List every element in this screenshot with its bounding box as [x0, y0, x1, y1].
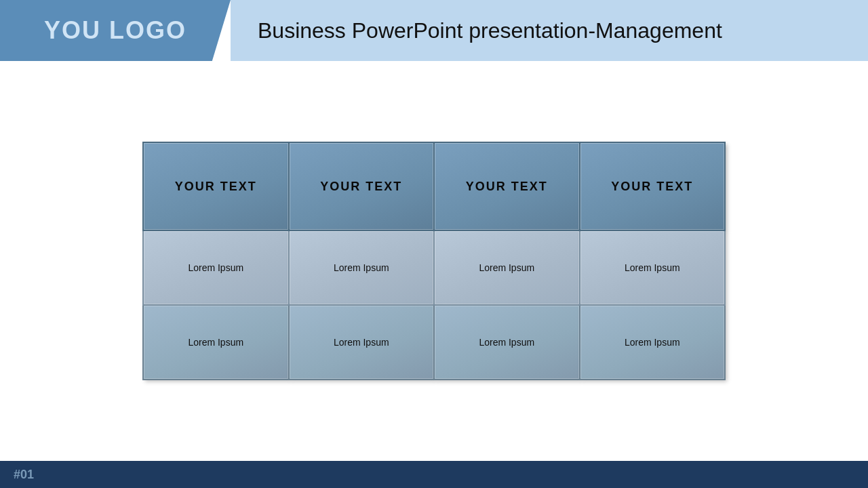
body1-cell-2: Lorem Ipsum — [289, 230, 435, 305]
main-content: YOUR TEXT YOUR TEXT YOUR TEXT YOUR TEXT … — [0, 61, 868, 461]
slide-number: #01 — [14, 468, 34, 482]
logo-text: YOU LOGO — [44, 16, 186, 45]
table-body-row-2: Lorem Ipsum Lorem Ipsum Lorem Ipsum Lore… — [143, 305, 725, 380]
table-header-row: YOUR TEXT YOUR TEXT YOUR TEXT YOUR TEXT — [143, 142, 725, 230]
body2-cell-4: Lorem Ipsum — [580, 305, 726, 380]
title-area: Business PowerPoint presentation-Managem… — [231, 0, 868, 61]
body1-cell-3: Lorem Ipsum — [434, 230, 580, 305]
presentation-title: Business PowerPoint presentation-Managem… — [258, 18, 722, 43]
body2-cell-3: Lorem Ipsum — [434, 305, 580, 380]
table-body-row-1: Lorem Ipsum Lorem Ipsum Lorem Ipsum Lore… — [143, 230, 725, 305]
header-cell-1: YOUR TEXT — [143, 142, 289, 230]
header-cell-2: YOUR TEXT — [289, 142, 435, 230]
footer: #01 — [0, 461, 868, 488]
logo-area: YOU LOGO — [0, 0, 231, 61]
header-cell-3: YOUR TEXT — [434, 142, 580, 230]
body2-cell-1: Lorem Ipsum — [143, 305, 289, 380]
grid-table: YOUR TEXT YOUR TEXT YOUR TEXT YOUR TEXT … — [142, 142, 726, 380]
body2-cell-2: Lorem Ipsum — [289, 305, 435, 380]
header-cell-4: YOUR TEXT — [580, 142, 726, 230]
header: YOU LOGO Business PowerPoint presentatio… — [0, 0, 868, 61]
body1-cell-4: Lorem Ipsum — [580, 230, 726, 305]
body1-cell-1: Lorem Ipsum — [143, 230, 289, 305]
